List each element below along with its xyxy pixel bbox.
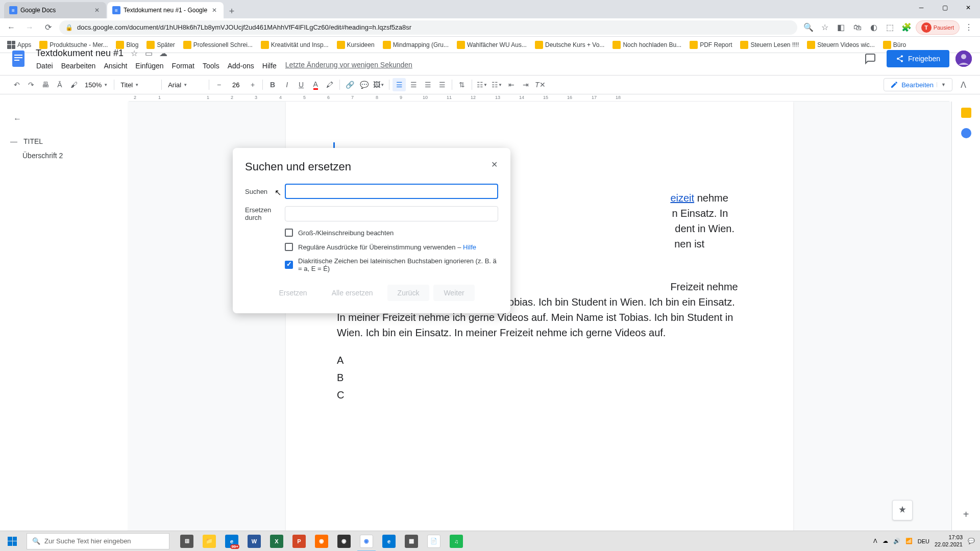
list-item[interactable]: C (337, 387, 742, 403)
menu-help[interactable]: Hilfe (259, 61, 280, 71)
docs-logo-icon[interactable] (8, 48, 29, 69)
app-icon[interactable]: ◉ (310, 531, 333, 552)
extensions-menu-icon[interactable]: 🧩 (899, 20, 914, 35)
font-size-decrease[interactable]: − (212, 78, 226, 91)
text-color-button[interactable]: A (309, 78, 322, 91)
edge-new-icon[interactable]: e (378, 531, 400, 552)
extension-icon[interactable]: ◐ (867, 20, 881, 35)
menu-tools[interactable]: Tools (199, 61, 223, 71)
share-button[interactable]: Freigeben (887, 50, 949, 67)
horizontal-ruler[interactable]: 2 1 1 2 3 4 5 6 7 8 9 10 11 12 13 14 15 … (129, 94, 949, 102)
tasks-icon[interactable] (961, 128, 971, 138)
font-select[interactable]: Arial▼ (165, 78, 206, 91)
save-status[interactable]: Letzte Änderung vor wenigen Sekunden (285, 61, 412, 71)
link-button[interactable]: 🔗 (343, 78, 356, 91)
chrome-icon[interactable]: ◉ (355, 531, 378, 552)
menu-addons[interactable]: Add-ons (224, 61, 258, 71)
excel-icon[interactable]: X (265, 531, 288, 552)
volume-icon[interactable]: 🔊 (893, 538, 900, 544)
profile-paused-badge[interactable]: T Pausiert (916, 20, 960, 35)
print-button[interactable]: 🖶 (39, 78, 52, 91)
align-left-button[interactable]: ☰ (393, 78, 406, 91)
add-sidebar-button[interactable]: + (963, 509, 969, 520)
window-minimize[interactable]: ─ (910, 0, 933, 15)
next-button[interactable]: Weiter (433, 285, 474, 301)
menu-insert[interactable]: Einfügen (132, 61, 167, 71)
regex-checkbox[interactable] (285, 243, 293, 251)
collapse-toolbar-button[interactable]: ᐱ (957, 78, 970, 91)
obs-icon[interactable]: ◉ (333, 531, 355, 552)
outline-item[interactable]: Überschrift 2 (8, 148, 119, 163)
language-indicator[interactable]: DEU (918, 538, 929, 544)
spotify-icon[interactable]: ♫ (445, 531, 468, 552)
window-maximize[interactable]: ▢ (933, 0, 957, 15)
menu-file[interactable]: Datei (33, 61, 57, 71)
tray-chevron-icon[interactable]: ᐱ (873, 538, 877, 544)
menu-edit[interactable]: Bearbeiten (58, 61, 100, 71)
new-tab-button[interactable]: + (225, 4, 239, 18)
app-icon[interactable]: ▦ (400, 531, 423, 552)
align-right-button[interactable]: ☰ (421, 78, 434, 91)
zoom-select[interactable]: 150%▼ (82, 78, 111, 91)
hyperlink[interactable]: eizeit (670, 192, 694, 204)
document-title[interactable]: Textdokument neu #1 (33, 47, 127, 60)
url-input[interactable]: 🔒 docs.google.com/document/d/1hUH8k6h7Lb… (59, 20, 797, 35)
outline-item[interactable]: TITEL (8, 134, 119, 148)
comments-icon[interactable] (860, 48, 880, 69)
browser-tab-active[interactable]: ≡ Textdokument neu #1 - Google ✕ (107, 2, 224, 18)
extension-icon[interactable]: ◧ (834, 20, 848, 35)
menu-view[interactable]: Ansicht (100, 61, 131, 71)
paint-format-button[interactable]: 🖌 (67, 78, 81, 91)
powerpoint-icon[interactable]: P (288, 531, 310, 552)
help-link[interactable]: Hilfe (463, 243, 476, 251)
star-icon[interactable]: ☆ (818, 20, 832, 35)
browser-tab[interactable]: ≡ Google Docs ✕ (4, 2, 106, 18)
onedrive-icon[interactable]: ☁ (883, 538, 888, 544)
task-view-button[interactable]: ⊞ (176, 531, 198, 552)
decrease-indent-button[interactable]: ⇤ (505, 78, 518, 91)
italic-button[interactable]: I (280, 78, 293, 91)
tab-close-icon[interactable]: ✕ (93, 6, 101, 14)
bulleted-list-button[interactable]: ☷▼ (490, 78, 504, 91)
back-button[interactable]: ← (4, 20, 18, 35)
reload-button[interactable]: ⟳ (41, 20, 55, 35)
editing-mode-select[interactable]: Bearbeiten ▼ (884, 78, 952, 91)
star-icon[interactable]: ☆ (131, 48, 141, 58)
spellcheck-button[interactable]: Ā (53, 78, 66, 91)
edge-icon[interactable]: 99+e (220, 531, 243, 552)
dialog-close-button[interactable]: ✕ (488, 158, 500, 170)
menu-format[interactable]: Format (168, 61, 198, 71)
search-input[interactable] (285, 184, 498, 199)
replace-all-button[interactable]: Alle ersetzen (322, 285, 383, 301)
numbered-list-button[interactable]: ☷▼ (475, 78, 489, 91)
outline-back-button[interactable]: ← (8, 110, 27, 128)
align-justify-button[interactable]: ☰ (435, 78, 449, 91)
keep-icon[interactable] (961, 108, 971, 118)
tab-close-icon[interactable]: ✕ (210, 6, 218, 14)
comment-button[interactable]: 💬 (357, 78, 371, 91)
align-center-button[interactable]: ☰ (407, 78, 420, 91)
redo-button[interactable]: ↷ (24, 78, 38, 91)
replace-button[interactable]: Ersetzen (268, 285, 317, 301)
account-avatar[interactable] (955, 51, 972, 67)
underline-button[interactable]: U (295, 78, 308, 91)
diacritics-checkbox[interactable] (285, 261, 293, 269)
highlight-button[interactable]: 🖍 (323, 78, 336, 91)
font-size-input[interactable] (227, 81, 245, 89)
zoom-icon[interactable]: 🔍 (801, 20, 816, 35)
list-item[interactable]: B (337, 370, 742, 385)
chrome-menu-icon[interactable]: ⋮ (962, 20, 976, 35)
style-select[interactable]: Titel▼ (117, 78, 158, 91)
taskbar-search[interactable]: 🔍 Zur Suche Text hier eingeben (27, 533, 169, 549)
file-explorer-icon[interactable]: 📁 (198, 531, 220, 552)
clear-format-button[interactable]: T✕ (533, 78, 547, 91)
increase-indent-button[interactable]: ⇥ (519, 78, 532, 91)
clock[interactable]: 17:03 22.02.2021 (935, 534, 963, 547)
replace-input[interactable] (285, 206, 498, 221)
prev-button[interactable]: Zurück (387, 285, 430, 301)
extension-icon[interactable]: ⬚ (883, 20, 897, 35)
wifi-icon[interactable]: 📶 (905, 538, 913, 544)
explore-button[interactable] (892, 500, 913, 520)
list-item[interactable]: A (337, 353, 742, 368)
notifications-icon[interactable]: 💬 (968, 538, 975, 544)
